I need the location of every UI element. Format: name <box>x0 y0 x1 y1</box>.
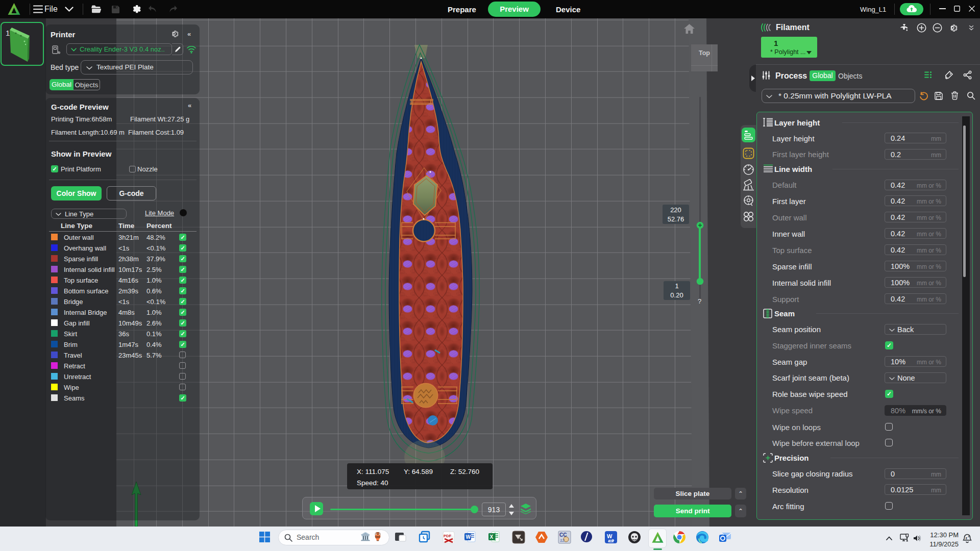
svg-text:X: X <box>490 534 494 540</box>
svg-text:W: W <box>607 533 612 539</box>
svg-text:PDF: PDF <box>444 534 451 538</box>
svg-text:z: z <box>966 536 968 540</box>
svg-text:W: W <box>466 534 471 540</box>
svg-text:12: 12 <box>560 538 565 543</box>
svg-text:z: z <box>968 535 970 538</box>
